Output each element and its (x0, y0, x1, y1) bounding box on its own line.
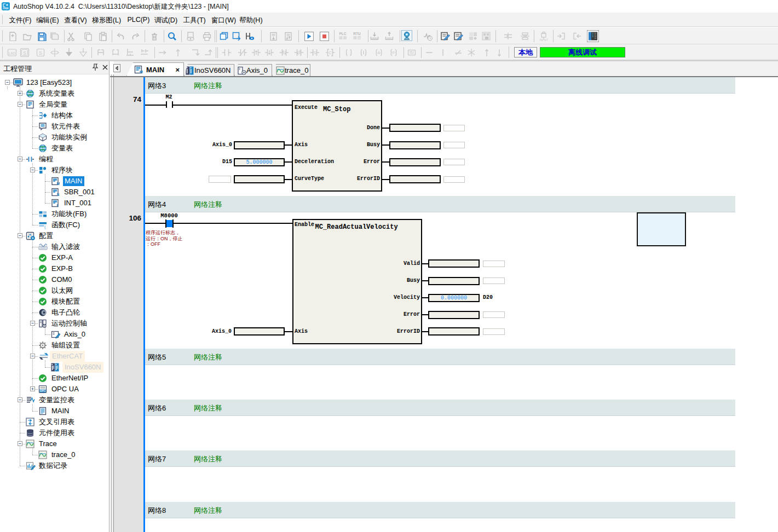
svg-text:F: F (393, 50, 395, 55)
svg-text:I: I (57, 203, 58, 207)
svg-text:PLC: PLC (339, 31, 347, 35)
svg-text:LAD: LAD (9, 51, 16, 55)
svg-text:AUTO: AUTO (3, 8, 9, 10)
svg-text:A: A (377, 50, 380, 55)
svg-text:S: S (314, 50, 316, 55)
svg-text:M: M (140, 70, 143, 74)
svg-text:S: S (57, 192, 60, 196)
svg-text:S: S (38, 50, 42, 56)
svg-text:TE ST: TE ST (539, 38, 548, 41)
svg-text:RTU: RTU (353, 31, 361, 35)
svg-text:OPC: OPC (40, 390, 46, 392)
svg-text:(): () (44, 225, 48, 229)
svg-text:C: C (329, 50, 332, 55)
svg-text:S: S (23, 50, 26, 56)
svg-text:M: M (57, 181, 60, 186)
